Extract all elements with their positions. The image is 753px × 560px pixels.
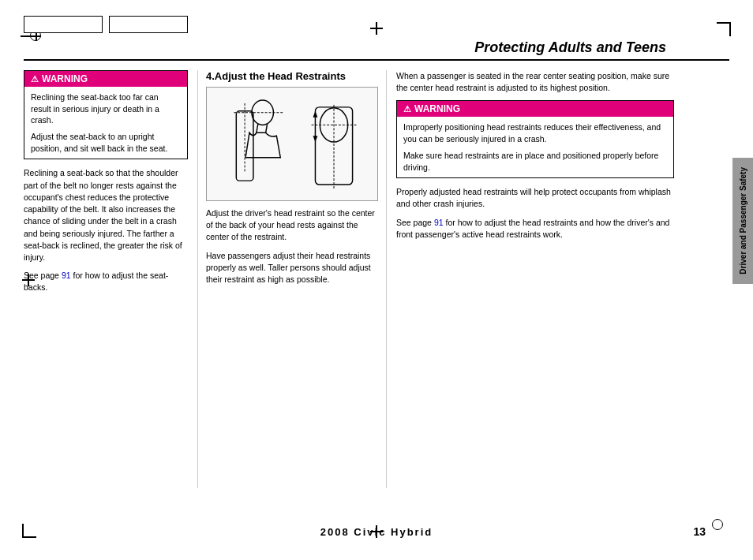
page-footer: 2008 Civic Hybrid [0,526,753,538]
section-heading-mid: 4.Adjust the Head Restraints [206,70,378,82]
top-tabs [24,16,188,33]
svg-marker-11 [313,111,318,118]
warning-text-right-1: Improperly positioning head restraints r… [403,121,667,144]
col-right: When a passenger is seated in the rear c… [387,70,729,488]
warning-box-right: ⚠ WARNING Improperly positioning head re… [396,100,674,178]
warning-header-left: ⚠ WARNING [24,71,187,87]
tab-1[interactable] [24,16,103,33]
warning-icon-right: ⚠ [403,104,411,114]
svg-line-2 [266,124,268,133]
svg-line-1 [257,124,258,133]
side-tab: Driver and Passenger Safety [732,158,753,284]
top-area [24,16,729,33]
right-body-text-2: See page 91 for how to adjust the head r… [396,217,674,241]
mid-body-text-1: Adjust the driver's head restraint so th… [206,207,378,244]
side-tab-label: Driver and Passenger Safety [739,167,747,274]
warning-label-right: WARNING [414,103,460,114]
col-mid: 4.Adjust the Head Restraints [197,70,387,488]
warning-body-right: Improperly positioning head restraints r… [397,117,673,177]
page-number: 13 [693,525,706,538]
warning-body-left: Reclining the seat-back too far can resu… [24,87,187,159]
mid-body-text-2: Have passengers adjust their head restra… [206,250,378,286]
page-title-area: Protecting Adults and Teens [24,39,729,61]
right-body-text-1: Properly adjusted head restraints will h… [396,186,674,210]
warning-text-right-2: Make sure head restraints are in place a… [403,150,667,173]
left-body-text-1: Reclining a seat-back so that the should… [24,167,188,263]
svg-marker-12 [313,136,318,142]
warning-icon-left: ⚠ [31,74,39,84]
warning-text-left-2: Adjust the seat-back to an upright posit… [31,131,181,154]
main-content: ⚠ WARNING Reclining the seat-back too fa… [24,70,729,488]
warning-header-right: ⚠ WARNING [397,101,673,117]
warning-text-left-1: Reclining the seat-back too far can resu… [31,91,181,126]
page-container: Protecting Adults and Teens ⚠ WARNING Re… [0,0,753,560]
warning-label-left: WARNING [42,73,88,84]
warning-box-left: ⚠ WARNING Reclining the seat-back too fa… [24,70,188,159]
head-restraint-diagram [206,87,378,201]
tab-2[interactable] [109,16,188,33]
left-page-link[interactable]: 91 [62,271,71,280]
footer-title: 2008 Civic Hybrid [320,526,433,538]
page-title: Protecting Adults and Teens [474,39,666,55]
left-body-text-2: See page 91 for how to adjust the seat-b… [24,270,188,293]
right-intro-text: When a passenger is seated in the rear c… [396,70,674,94]
col-left: ⚠ WARNING Reclining the seat-back too fa… [24,70,197,488]
right-page-link[interactable]: 91 [434,218,444,227]
